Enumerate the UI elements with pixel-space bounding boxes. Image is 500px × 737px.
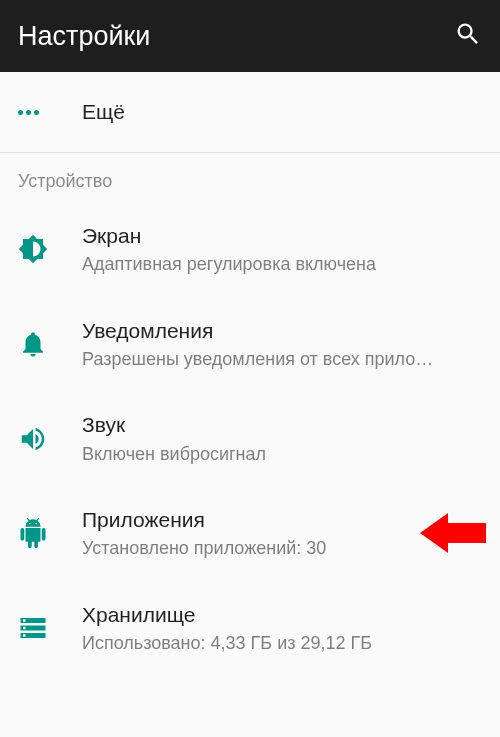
brightness-icon [18,234,48,264]
more-icon [18,110,82,115]
row-subtitle: Использовано: 4,33 ГБ из 29,12 ГБ [82,632,482,655]
icon-slot [18,329,82,359]
sound-icon [18,424,48,454]
row-notifications[interactable]: Уведомления Разрешены уведомления от все… [0,297,500,392]
storage-icon [18,613,48,643]
icon-slot [18,518,82,548]
row-more[interactable]: Ещё [0,72,500,152]
row-display[interactable]: Экран Адаптивная регулировка включена [0,202,500,297]
android-icon [18,518,48,548]
row-title: Экран [82,222,482,249]
row-subtitle: Установлено приложений: 30 [82,537,482,560]
row-subtitle: Включен вибросигнал [82,443,482,466]
appbar: Настройки [0,0,500,72]
search-icon [454,20,482,48]
row-title: Ещё [82,98,482,125]
icon-slot [18,424,82,454]
row-title: Приложения [82,506,482,533]
row-subtitle: Адаптивная регулировка включена [82,253,482,276]
section-header-device: Устройство [0,153,500,202]
row-title: Звук [82,411,482,438]
row-title: Уведомления [82,317,482,344]
bell-icon [18,329,48,359]
page-title: Настройки [18,21,150,52]
icon-slot [18,234,82,264]
row-title: Хранилище [82,601,482,628]
row-storage[interactable]: Хранилище Использовано: 4,33 ГБ из 29,12… [0,581,500,676]
row-subtitle: Разрешены уведомления от всех прило… [82,348,482,371]
search-button[interactable] [454,20,482,52]
icon-slot [18,613,82,643]
row-sound[interactable]: Звук Включен вибросигнал [0,391,500,486]
row-apps[interactable]: Приложения Установлено приложений: 30 [0,486,500,581]
settings-list: Ещё Устройство Экран Адаптивная регулиро… [0,72,500,675]
